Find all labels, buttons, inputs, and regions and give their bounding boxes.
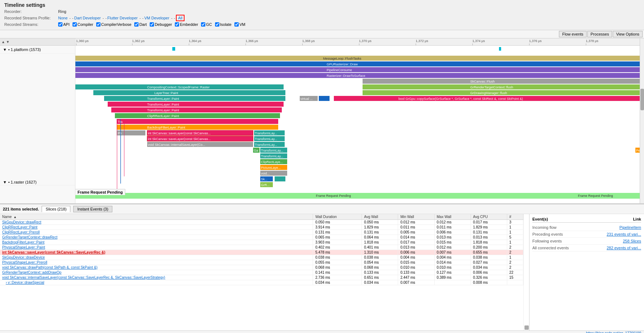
table-row[interactable]: PhysicalShapeLayer::Paint 0.402 ms 0.401… — [0, 245, 523, 250]
row-name[interactable]: BackdropFilterLayer::Paint — [0, 240, 313, 245]
row-max-wall — [434, 280, 471, 285]
timeline-scrollbar[interactable] — [640, 38, 644, 203]
track-raster[interactable]: ▼ • 1.raster (1627) — [0, 179, 75, 185]
data-table[interactable]: Name ▲ Wall Duration Avg Wall Min Wall M… — [0, 214, 523, 330]
tab-instant-events[interactable]: Instant Events (3) — [73, 206, 112, 212]
scrollbar-thumb[interactable] — [640, 89, 644, 110]
col-count[interactable]: # — [507, 214, 523, 220]
svg-text:GrR...: GrR... — [261, 183, 270, 187]
svg-text:GPURasterizer::Draw: GPURasterizer::Draw — [327, 63, 358, 66]
row-name[interactable]: GrRenderTargetContext::drawRect — [0, 235, 313, 240]
row-avg-cpu: 1.829 ms — [471, 225, 507, 230]
row-min-wall: 0.007 ms — [398, 280, 434, 285]
platform-marker-1 — [172, 47, 175, 51]
table-row[interactable]: GrRenderTargetContext::addDrawOp 0.141 m… — [0, 270, 523, 275]
track-raster-label: • 1.raster (1627) — [8, 180, 37, 184]
streams-label: Recorded Streams: — [4, 22, 58, 27]
events-value-following[interactable]: 258 Slices — [623, 239, 641, 243]
stream-isolate[interactable]: Isolate — [215, 22, 232, 27]
table-row[interactable]: GrRenderTargetContext::drawRect 0.065 ms… — [0, 235, 523, 240]
bar-transform-1 — [104, 96, 285, 101]
table-row[interactable]: PhysicalShapeLayer::Preroll 0.055 ms 0.0… — [0, 260, 523, 265]
stream-compilerverbose[interactable]: CompilerVerbose — [96, 22, 131, 27]
row-name[interactable]: void SkCanvas::internalSaveLayer(const S… — [0, 275, 313, 280]
row-avg-wall: 0.651 ms — [362, 275, 398, 280]
bar-transform-pink-2 — [111, 107, 282, 112]
row-name[interactable]: › v::Device::drawSpecial — [0, 280, 313, 285]
row-name[interactable]: void SkCanvas::drawPath(const SkPath &, … — [0, 265, 313, 270]
table-row[interactable]: SkGpuDevice::drawDevice 0.038 ms 0.038 m… — [0, 255, 523, 260]
row-wall: 0.055 ms — [313, 260, 362, 265]
col-avg-cpu[interactable]: Avg CPU — [471, 214, 507, 220]
stream-gc[interactable]: GC — [201, 22, 212, 27]
row-avg-wall: 0.054 ms — [362, 260, 398, 265]
row-avg-cpu: 0.017 ms — [471, 220, 507, 225]
stream-api[interactable]: API — [58, 22, 70, 27]
row-min-wall: 0.017 ms — [398, 240, 434, 245]
table-row[interactable]: BackdropFilterLayer::Paint 3.903 ms 1.81… — [0, 240, 523, 245]
row-min-wall: 2.447 ms — [398, 275, 434, 280]
flow-events-button[interactable]: Flow events — [559, 31, 587, 37]
profile-flutter[interactable]: Flutter Developer — [107, 16, 141, 20]
col-max-wall[interactable]: Max Wall — [434, 214, 471, 220]
platform-marker-2 — [499, 47, 501, 51]
profile-all[interactable]: All — [176, 15, 185, 21]
status-url[interactable]: https://blog.csdn.net/qq_17766199 — [586, 331, 641, 333]
row-avg-wall: 0.401 ms — [362, 245, 398, 250]
stream-compiler[interactable]: Compiler — [73, 22, 93, 27]
table-row[interactable]: void SkCanvas::internalSaveLayer(const S… — [0, 275, 523, 280]
table-row[interactable]: ClipRRectLayer::Paint 3.914 ms 1.829 ms … — [0, 225, 523, 230]
profile-vm[interactable]: VM Developer — [144, 16, 173, 20]
col-wall[interactable]: Wall Duration — [313, 214, 362, 220]
tab-slices[interactable]: Slices (218) — [42, 206, 70, 212]
table-row[interactable]: void SkCanvas::drawPath(const SkPath &, … — [0, 265, 523, 270]
track-platform[interactable]: ▼ • 1.platform (1573) — [0, 46, 75, 54]
row-name[interactable]: PhysicalShapeLayer::Paint — [0, 245, 313, 250]
table-row[interactable]: › v::Device::drawSpecial 0.034 ms 0.034 … — [0, 280, 523, 285]
view-options-button[interactable]: View Options — [613, 31, 643, 37]
profile-dart[interactable]: Dart Developer — [74, 16, 105, 20]
row-max-wall: 0.127 ms — [434, 270, 471, 275]
events-value-preceding[interactable]: 231 events of vari... — [607, 232, 641, 236]
row-name[interactable]: PhysicalShapeLayer::Preroll — [0, 260, 313, 265]
row-count: 1 — [507, 225, 523, 230]
row-count — [507, 280, 523, 285]
stream-debugger[interactable]: Debugger — [150, 22, 172, 27]
row-count: 2 — [507, 245, 523, 250]
col-name[interactable]: Name ▲ — [0, 214, 313, 220]
svg-text:ClipRectLaye...: ClipRectLaye... — [261, 160, 283, 164]
row-name[interactable]: int SkCanvas::saveLayer(const SkCanvas::… — [0, 250, 313, 255]
row-avg-cpu: 0.013 ms — [471, 235, 507, 240]
stream-embedder[interactable]: Embedder — [175, 22, 198, 27]
table-row[interactable]: ClipRRectLayer::Preroll 0.131 ms 0.131 m… — [0, 230, 523, 235]
streams-row: Recorded Streams: API Compiler CompilerV… — [4, 22, 640, 27]
events-value-incoming[interactable]: PipelineItem — [619, 225, 641, 230]
col-min-wall[interactable]: Min Wall — [398, 214, 434, 220]
row-max-wall: 0.012 ms — [434, 220, 471, 225]
row-name[interactable]: ClipRRectLayer::Paint — [0, 225, 313, 230]
table-row-highlighted[interactable]: int SkCanvas::saveLayer(const SkCanvas::… — [0, 250, 523, 255]
row-wall: 0.131 ms — [313, 230, 362, 235]
svg-text:void SkCanvas::internalSaveLay: void SkCanvas::internalSaveLayer(Co... — [148, 143, 205, 147]
track-area[interactable]: MessageLoop::FlushTasks GPURasterizer::D… — [75, 46, 640, 201]
row-max-wall: 0.010 ms — [434, 265, 471, 270]
row-name[interactable]: SkGpuDevice::drawDevice — [0, 255, 313, 260]
svg-text:TransformLayer::Paint: TransformLayer::Paint — [147, 97, 179, 101]
events-row-following: Following events 258 Slices — [532, 238, 641, 245]
stream-dart[interactable]: Dart — [134, 22, 147, 27]
events-value-all[interactable]: 282 events of vari... — [607, 246, 641, 250]
stream-vm[interactable]: VM — [234, 22, 246, 27]
row-count: 2 — [507, 265, 523, 270]
table-row[interactable]: SkGpuDevice::drawRect 0.050 ms 0.050 ms … — [0, 220, 523, 225]
streams-checkboxes: API Compiler CompilerVerbose Dart Debugg… — [58, 22, 245, 27]
timeline-canvas[interactable]: 1,360 μs 1,362 μs 1,364 μs 1,366 μs 1,36… — [75, 38, 640, 203]
row-name[interactable]: SkGpuDevice::drawRect — [0, 220, 313, 225]
row-avg-wall: 0.068 ms — [362, 265, 398, 270]
col-avg-wall[interactable]: Avg Wall — [362, 214, 398, 220]
timeline-section: ▲ ▼ ▼ • 1.platform (1573) ▼ • 1.raster (… — [0, 38, 644, 204]
row-name[interactable]: GrRenderTargetContext::addDrawOp — [0, 270, 313, 275]
row-name[interactable]: ClipRRectLayer::Preroll — [0, 230, 313, 235]
processes-button[interactable]: Processes — [587, 31, 612, 37]
profile-none[interactable]: None — [58, 16, 71, 20]
row-max-wall: 0.007 ms — [434, 250, 471, 255]
